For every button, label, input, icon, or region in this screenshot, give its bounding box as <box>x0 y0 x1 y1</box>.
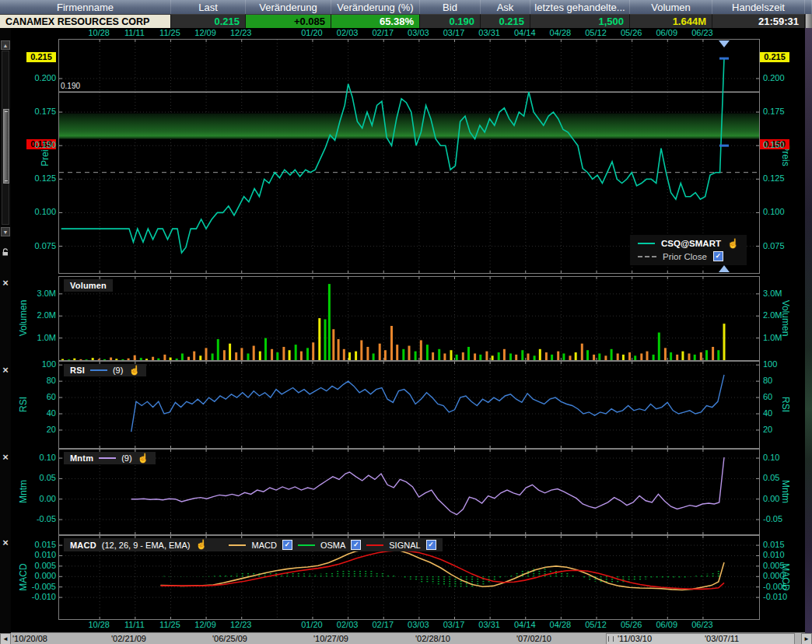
price-series-line <box>61 58 724 253</box>
volume-bars <box>61 284 726 360</box>
y-tick-label: 40 <box>22 408 56 418</box>
macd-panel: MACD MACD MACD (12, 26, 9 - EMA, EMA) ☝ … <box>0 535 812 618</box>
quote-value-row[interactable]: CANAMEX RESOURCES CORP 0.215 +0.085 65.3… <box>0 14 812 28</box>
vertical-scroll-up-button[interactable]: ▲ <box>1 40 10 50</box>
hand-cursor-icon: ☝ <box>138 454 149 463</box>
y-tick-label: 3.0M <box>22 289 56 299</box>
quote-scrollbar[interactable] <box>805 14 812 28</box>
y-tick-label: 0.05 <box>763 473 800 483</box>
prior-close-label: Prior Close <box>663 252 707 261</box>
osma-checkbox[interactable]: ✓ <box>351 540 361 550</box>
rsi-title: RSI <box>70 366 85 375</box>
last-size-cell[interactable]: 1,500 <box>530 14 630 28</box>
y-tick-label: 0.000 <box>22 571 56 581</box>
rsi-panel-header[interactable]: RSI (9) ☝ <box>64 364 146 376</box>
prior-close-checkbox[interactable]: ✓ <box>713 251 723 261</box>
scroll-left-button[interactable]: ◄ <box>0 633 11 644</box>
trade-time-cell[interactable]: 21:59:31 <box>712 14 805 28</box>
vertical-scroll-down-button[interactable]: ▼ <box>1 227 10 236</box>
x-tick-label: 05/26 <box>613 28 650 37</box>
last-price-cell[interactable]: 0.215 <box>171 14 246 28</box>
series-line-swatch <box>638 243 655 244</box>
legend-series-row[interactable]: CSQ@SMART ☝ <box>638 239 739 248</box>
x-tick-label: 02/17 <box>364 28 401 37</box>
macd-plot[interactable]: MACD (12, 26, 9 - EMA, EMA) ☝ MACD ✓ OSM… <box>58 535 760 620</box>
x-tick-label: 11/11 <box>116 28 153 37</box>
column-header-last-size[interactable]: letztes gehandelte... <box>530 0 630 14</box>
x-tick-label: 05/26 <box>613 620 650 629</box>
scroll-right-button[interactable]: ► <box>801 633 812 644</box>
mntm-line-swatch <box>99 457 116 459</box>
y-tick-label: 0.200 <box>763 73 800 83</box>
x-axis-bottom: 10/2811/1111/2512/0912/2301/2002/0302/17… <box>0 618 812 632</box>
volume-plot[interactable]: Volumen <box>58 276 760 361</box>
gridlines <box>59 450 759 534</box>
highlight-band <box>59 114 759 139</box>
x-tick-label: 02/03 <box>329 28 366 37</box>
quote-panel: Firmenname Last Veränderung Veränderung … <box>0 0 812 28</box>
change-pct-cell[interactable]: 65.38% <box>331 14 420 28</box>
x-tick-label: 01/20 <box>293 28 331 37</box>
vertical-scrollbar-thumb[interactable] <box>3 109 9 184</box>
column-header-handelszeit[interactable]: Handelszeit <box>712 0 805 14</box>
volume-panel: Volumen Volumen Volumen 3.0M3.0M2.0M2.0M… <box>0 276 812 359</box>
rsi-plot[interactable]: RSI (9) ☝ <box>58 361 760 449</box>
column-header-bid[interactable]: Bid <box>420 0 481 14</box>
column-header-ask[interactable]: Ask <box>481 0 530 14</box>
price-panel: Preis Preis 0.190 CSQ@SMART ☝ Prior Clos… <box>0 39 812 272</box>
macd-checkbox[interactable]: ✓ <box>282 540 292 550</box>
signal-checkbox[interactable]: ✓ <box>426 540 436 550</box>
unlock-icon[interactable] <box>2 246 10 254</box>
column-header-last[interactable]: Last <box>171 0 246 14</box>
company-name-cell[interactable]: CANAMEX RESOURCES CORP <box>0 14 171 28</box>
column-header-volumen[interactable]: Volumen <box>630 0 712 14</box>
column-header-firmenname[interactable]: Firmenname <box>0 0 171 14</box>
price-legend: CSQ@SMART ☝ Prior Close ✓ <box>630 235 747 265</box>
close-mntm-panel-button[interactable]: × <box>1 453 10 462</box>
price-marker-tick <box>719 145 729 147</box>
time-marker-top-icon <box>719 40 730 47</box>
vertical-scrollbar-track[interactable] <box>2 51 9 225</box>
y-tick-label: 60 <box>22 392 56 402</box>
mntm-panel-header[interactable]: Mntm (9) ☝ <box>64 452 156 464</box>
y-tick-label: 0.150 <box>22 140 56 150</box>
y-tick-label: 20 <box>763 425 800 435</box>
y-tick-label: 0.015 <box>22 540 56 550</box>
change-cell[interactable]: +0.085 <box>246 14 331 28</box>
close-macd-panel-button[interactable]: × <box>1 538 10 548</box>
thumb-grip <box>608 636 614 642</box>
bid-cell[interactable]: 0.190 <box>420 14 481 28</box>
volume-panel-header[interactable]: Volumen <box>64 279 113 292</box>
price-plot[interactable]: 0.190 CSQ@SMART ☝ Prior Close ✓ <box>58 39 760 274</box>
legend-prior-close-row[interactable]: Prior Close ✓ <box>638 251 739 261</box>
price-marker-tick <box>719 58 729 60</box>
y-tick-label: 80 <box>763 376 800 386</box>
close-volume-panel-button[interactable]: × <box>1 278 10 288</box>
x-tick-label: 12/09 <box>187 620 224 629</box>
x-tick-label: 06/23 <box>684 28 721 37</box>
y-tick-label: -0.05 <box>22 514 56 524</box>
y-tick-label: 0.00 <box>763 494 800 504</box>
hand-cursor-icon: ☝ <box>727 240 739 248</box>
y-tick-label: 0.100 <box>22 207 56 217</box>
close-rsi-panel-button[interactable]: × <box>1 366 10 375</box>
signal-legend-label: SIGNAL <box>389 541 420 550</box>
ask-cell[interactable]: 0.215 <box>481 14 530 28</box>
column-header-veraenderung-pct[interactable]: Veränderung (%) <box>331 0 420 14</box>
timeline-scrollbar[interactable]: ◄ '10/20/08'02/21/09'06/25/09'10/27/09'0… <box>0 632 812 644</box>
x-tick-label: 11/25 <box>151 620 188 629</box>
macd-panel-header[interactable]: MACD (12, 26, 9 - EMA, EMA) ☝ MACD ✓ OSM… <box>64 538 443 551</box>
y-tick-label: 0.200 <box>22 73 56 83</box>
y-tick-label: -0.005 <box>22 582 56 592</box>
x-tick-label: 11/25 <box>151 28 188 37</box>
volume-cell[interactable]: 1.644M <box>630 14 712 28</box>
mntm-plot[interactable]: Mntm (9) ☝ <box>58 449 760 535</box>
timeline-range-label: '10/20/08 <box>12 634 47 643</box>
column-header-veraenderung[interactable]: Veränderung <box>246 0 331 14</box>
x-tick-label: 06/23 <box>684 620 721 629</box>
y-tick-label: 40 <box>763 408 800 418</box>
x-tick-label: 12/23 <box>222 28 260 37</box>
window-edge-strip[interactable] <box>805 28 812 644</box>
mntm-period-label: (9) <box>121 453 131 463</box>
y-tick-label: 0.000 <box>763 571 800 581</box>
